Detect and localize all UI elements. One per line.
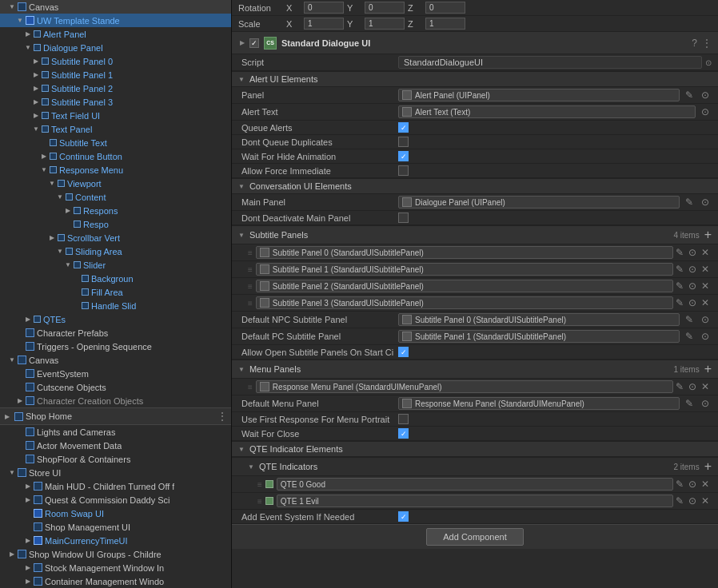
sp2-edit-icon[interactable]: ✎ <box>673 280 686 292</box>
tree-item-continue-btn[interactable]: Continue Button <box>0 149 231 163</box>
use-first-response-checkbox[interactable] <box>398 414 409 424</box>
main-panel-ref[interactable]: Dialogue Panel (UIPanel) <box>398 196 680 209</box>
default-menu-edit-icon[interactable]: ✎ <box>683 397 696 410</box>
component-arrow[interactable] <box>238 39 246 47</box>
mp0-ref[interactable]: Response Menu Panel (StandardUIMenuPanel… <box>256 380 673 393</box>
sp1-remove-icon[interactable]: ✕ <box>699 263 712 276</box>
tree-item-store-ui[interactable]: Store UI <box>0 466 231 479</box>
tree-item-canvas-root[interactable]: Canvas <box>0 0 231 14</box>
tree-item-viewport[interactable]: Viewport <box>0 177 231 190</box>
drag-handle-sp3[interactable]: ≡ <box>248 299 253 308</box>
sp2-remove-icon[interactable]: ✕ <box>699 280 712 292</box>
drag-handle-sp2[interactable]: ≡ <box>248 282 253 291</box>
sp1-edit-icon[interactable]: ✎ <box>673 263 686 276</box>
tree-item-shop-mgmt[interactable]: Shop Management UI <box>0 520 231 534</box>
sp3-ref[interactable]: Subtitle Panel 3 (StandardUISubtitlePane… <box>256 296 673 309</box>
tree-item-dialogue-panel[interactable]: Dialogue Panel <box>0 41 231 54</box>
tree-item-stock-mgmt[interactable]: Stock Management Window In <box>0 561 231 574</box>
alert-ui-section-header[interactable]: ▼ Alert UI Elements <box>232 71 718 87</box>
tree-item-handle-slid[interactable]: Handle Slid <box>0 299 231 312</box>
tree-item-char-prefabs[interactable]: Character Prefabs <box>0 326 231 340</box>
qte1-remove-icon[interactable]: ✕ <box>699 495 712 507</box>
help-icon[interactable]: ? <box>692 38 697 49</box>
tree-item-alert-panel[interactable]: Alert Panel <box>0 27 231 41</box>
tree-item-uw-template[interactable]: UW Template Stande <box>0 14 231 27</box>
component-enabled-checkbox[interactable] <box>249 38 259 48</box>
tree-item-char-creation[interactable]: Character Creation Objects <box>0 394 231 407</box>
rotation-z-input[interactable] <box>425 2 465 14</box>
settings-icon[interactable]: ⋮ <box>702 38 712 49</box>
rotation-x-input[interactable] <box>304 2 344 14</box>
qte0-ref[interactable]: QTE 0 Good <box>277 478 673 491</box>
alert-text-target-icon[interactable]: ⊙ <box>699 105 712 118</box>
default-npc-target-icon[interactable]: ⊙ <box>699 313 712 326</box>
mp0-remove-icon[interactable]: ✕ <box>699 380 712 393</box>
tree-item-sp0[interactable]: Subtitle Panel 0 <box>0 54 231 68</box>
sp2-ref[interactable]: Subtitle Panel 2 (StandardUISubtitlePane… <box>256 280 673 292</box>
qte0-target-icon[interactable]: ⊙ <box>686 478 699 491</box>
main-panel-target-icon[interactable]: ⊙ <box>699 196 712 209</box>
alert-text-ref[interactable]: Alert Text (Text) <box>398 105 696 118</box>
tree-item-subtitle-text[interactable]: Subtitle Text <box>0 136 231 149</box>
tree-item-qtes[interactable]: QTEs <box>0 312 231 326</box>
sp1-target-icon[interactable]: ⊙ <box>686 263 699 276</box>
tree-item-main-hud[interactable]: Main HUD - Children Turned Off f <box>0 479 231 493</box>
default-pc-target-icon[interactable]: ⊙ <box>699 330 712 343</box>
panel-target-icon[interactable]: ⊙ <box>699 89 712 101</box>
sp1-ref[interactable]: Subtitle Panel 1 (StandardUISubtitlePane… <box>256 263 673 276</box>
default-npc-ref[interactable]: Subtitle Panel 0 (StandardUISubtitlePane… <box>398 313 680 326</box>
shop-home-section[interactable]: Shop Home ⋮ <box>0 407 231 425</box>
queue-alerts-checkbox[interactable] <box>398 122 409 133</box>
tree-item-fill-area[interactable]: Fill Area <box>0 285 231 299</box>
main-panel-edit-icon[interactable]: ✎ <box>683 196 696 209</box>
drag-handle-qte0[interactable]: ≡ <box>257 480 262 489</box>
tree-item-slider[interactable]: Slider <box>0 258 231 272</box>
tree-item-shopfloor[interactable]: ShopFloor & Containers <box>0 452 231 466</box>
add-component-button[interactable]: Add Component <box>426 528 524 546</box>
tree-item-main-currency[interactable]: MainCurrencyTimeUI <box>0 534 231 547</box>
tree-item-canvas2[interactable]: Canvas <box>0 353 231 367</box>
drag-handle-mp0[interactable]: ≡ <box>248 383 253 391</box>
tree-item-triggers[interactable]: Triggers - Opening Sequence <box>0 340 231 353</box>
tree-item-lights-cameras[interactable]: Lights and Cameras <box>0 425 231 439</box>
tree-item-background[interactable]: Backgroun <box>0 272 231 285</box>
tree-item-shop-window[interactable]: Shop Window UI Groups - Childre <box>0 547 231 561</box>
add-event-system-checkbox[interactable] <box>398 511 409 522</box>
script-ref[interactable]: StandardDialogueUI <box>398 56 702 69</box>
mp0-edit-icon[interactable]: ✎ <box>673 380 686 393</box>
qte1-target-icon[interactable]: ⊙ <box>686 495 699 507</box>
panel-edit-icon[interactable]: ✎ <box>683 89 696 101</box>
default-menu-target-icon[interactable]: ⊙ <box>699 397 712 410</box>
mp0-target-icon[interactable]: ⊙ <box>686 380 699 393</box>
sp0-ref[interactable]: Subtitle Panel 0 (StandardUISubtitlePane… <box>256 246 673 259</box>
default-pc-edit-icon[interactable]: ✎ <box>683 330 696 343</box>
tree-item-eventsystem[interactable]: EventSystem <box>0 367 231 380</box>
tree-item-sp2[interactable]: Subtitle Panel 2 <box>0 81 231 95</box>
subtitle-panels-add-btn[interactable]: + <box>704 228 712 241</box>
tree-item-respons1[interactable]: Respons <box>0 204 231 217</box>
allow-force-checkbox[interactable] <box>398 165 409 176</box>
conv-ui-section-header[interactable]: ▼ Conversation UI Elements <box>232 178 718 194</box>
subtitle-panels-section-header[interactable]: ▼ Subtitle Panels 4 items + <box>232 225 718 244</box>
drag-handle-qte1[interactable]: ≡ <box>257 497 262 506</box>
tree-item-sp1[interactable]: Subtitle Panel 1 <box>0 68 231 81</box>
allow-open-subtitle-checkbox[interactable] <box>398 347 409 357</box>
sp0-edit-icon[interactable]: ✎ <box>673 246 686 259</box>
qte0-edit-icon[interactable]: ✎ <box>673 478 686 491</box>
default-menu-ref[interactable]: Response Menu Panel (StandardUIMenuPanel… <box>398 397 680 410</box>
tree-item-sp3[interactable]: Subtitle Panel 3 <box>0 95 231 109</box>
drag-handle-sp1[interactable]: ≡ <box>248 265 253 274</box>
sp3-edit-icon[interactable]: ✎ <box>673 296 686 309</box>
sp0-remove-icon[interactable]: ✕ <box>699 246 712 259</box>
tree-item-text-field-ui[interactable]: Text Field UI <box>0 109 231 122</box>
qte1-edit-icon[interactable]: ✎ <box>673 495 686 507</box>
panel-object-ref[interactable]: Alert Panel (UIPanel) <box>398 89 680 101</box>
tree-item-sliding-area[interactable]: Sliding Area <box>0 244 231 258</box>
dont-queue-checkbox[interactable] <box>398 137 409 147</box>
tree-item-content[interactable]: Content <box>0 190 231 204</box>
menu-panels-section-header[interactable]: ▼ Menu Panels 1 items + <box>232 360 718 379</box>
tree-item-container-mgmt[interactable]: Container Management Windo <box>0 574 231 588</box>
wait-hide-checkbox[interactable] <box>398 151 409 161</box>
tree-item-response-menu[interactable]: Response Menu <box>0 163 231 177</box>
scale-y-input[interactable] <box>365 18 405 30</box>
